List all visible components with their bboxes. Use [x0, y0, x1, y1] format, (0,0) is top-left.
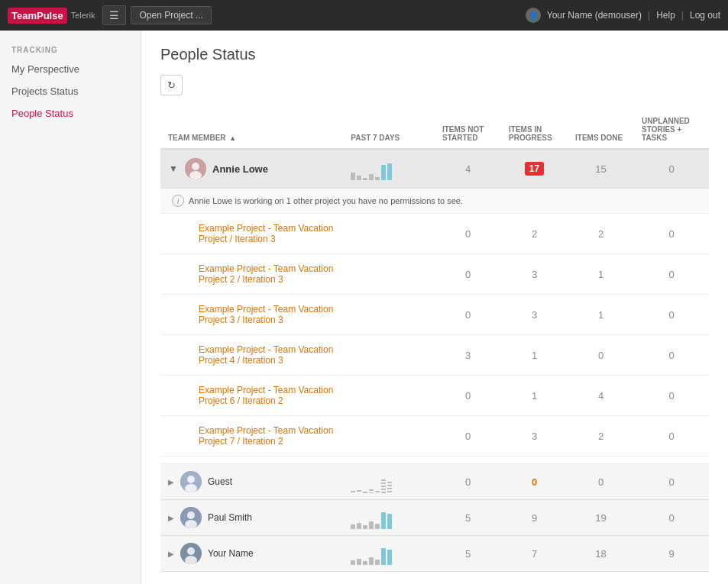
help-link[interactable]: Help	[656, 10, 675, 21]
member-name-annie: Annie Lowe	[212, 163, 268, 175]
menu-button[interactable]: ☰	[102, 5, 126, 25]
collapsed-not-started-0: 0	[435, 464, 501, 500]
proj-5-in-progress: 3	[501, 416, 568, 457]
project-row-4: Example Project - Team Vacation Project …	[160, 376, 709, 416]
proj-3-done: 0	[568, 335, 634, 376]
header: TeamPulse Telerik ☰ Open Project ... 👤 Y…	[0, 0, 728, 31]
project-link-1[interactable]: Example Project - Team Vacation Project …	[199, 263, 333, 285]
col-header-not-started: ITEMS NOT STARTED	[435, 111, 501, 149]
collapsed-unplanned-0: 0	[634, 464, 709, 500]
proj-1-in-progress: 3	[501, 254, 568, 295]
project-row-1: Example Project - Team Vacation Project …	[160, 254, 709, 295]
spacer-row	[160, 457, 709, 464]
in-progress-1: 9	[532, 512, 537, 524]
col-header-team-member: TEAM MEMBER ▲	[160, 111, 343, 149]
collapsed-name-1: Paul Smith	[208, 512, 252, 523]
svg-point-10	[187, 547, 195, 555]
logo-sub: Telerik	[71, 11, 95, 20]
expand-button-1[interactable]: ▶	[168, 514, 174, 522]
header-right: 👤 Your Name (demouser) | Help | Log out	[526, 8, 720, 23]
proj-4-not-started: 0	[435, 376, 501, 416]
col-header-unplanned: UNPLANNED STORIES + TASKS	[634, 111, 709, 149]
collapsed-unplanned-2: 9	[634, 536, 709, 572]
proj-3-unplanned: 0	[634, 335, 709, 376]
svg-point-7	[187, 511, 195, 519]
collapsed-done-1: 19	[568, 500, 634, 536]
sidebar: TRACKING My Perspective Projects Status …	[0, 31, 141, 584]
col-header-past7: PAST 7 DAYS	[343, 111, 435, 149]
collapsed-member-row-0: ▶ Guest 0 0 0 0	[160, 464, 709, 500]
project-row-5: Example Project - Team Vacation Project …	[160, 416, 709, 457]
project-link-3[interactable]: Example Project - Team Vacation Project …	[199, 344, 333, 366]
proj-1-unplanned: 0	[634, 254, 709, 295]
logo: TeamPulse Telerik	[8, 8, 95, 24]
info-icon: i	[172, 195, 184, 207]
proj-5-done: 2	[568, 416, 634, 457]
sidebar-item-my-perspective[interactable]: My Perspective	[0, 58, 141, 80]
notification-text: Annie Lowe is working on 1 other project…	[189, 196, 463, 205]
project-row-2: Example Project - Team Vacation Project …	[160, 295, 709, 335]
annie-not-started: 4	[435, 149, 501, 189]
avatar-2	[180, 543, 202, 564]
refresh-button[interactable]: ↻	[160, 75, 183, 95]
proj-3-in-progress: 1	[501, 335, 568, 376]
page-title: People Status	[160, 46, 709, 63]
open-project-button[interactable]: Open Project ...	[131, 6, 211, 24]
collapsed-in-progress-1: 9	[501, 500, 568, 536]
proj-2-unplanned: 0	[634, 295, 709, 335]
separator-1: |	[648, 10, 650, 21]
collapsed-in-progress-2: 7	[501, 536, 568, 572]
proj-2-not-started: 0	[435, 295, 501, 335]
sort-arrow-icon: ▲	[229, 134, 236, 142]
proj-0-unplanned: 0	[634, 214, 709, 254]
proj-4-unplanned: 0	[634, 376, 709, 416]
annie-done: 15	[568, 149, 634, 189]
project-row-3: Example Project - Team Vacation Project …	[160, 335, 709, 376]
annie-in-progress: 17	[501, 149, 568, 189]
proj-5-unplanned: 0	[634, 416, 709, 457]
collapse-button-annie[interactable]: ▼	[168, 163, 179, 174]
proj-5-not-started: 0	[435, 416, 501, 457]
project-link-4[interactable]: Example Project - Team Vacation Project …	[199, 385, 333, 406]
in-progress-2: 7	[532, 548, 537, 560]
collapsed-done-2: 18	[568, 536, 634, 572]
proj-2-in-progress: 3	[501, 295, 568, 335]
annie-notification-row: i Annie Lowe is working on 1 other proje…	[160, 189, 709, 214]
main-layout: TRACKING My Perspective Projects Status …	[0, 31, 728, 584]
proj-0-in-progress: 2	[501, 214, 568, 254]
svg-point-1	[192, 163, 199, 170]
sidebar-section-label: TRACKING	[0, 42, 141, 58]
proj-0-done: 2	[568, 214, 634, 254]
annie-unplanned: 0	[634, 149, 709, 189]
proj-4-in-progress: 1	[501, 376, 568, 416]
people-table: TEAM MEMBER ▲ PAST 7 DAYS ITEMS NOT STAR…	[160, 111, 709, 572]
member-row-annie: ▼ Annie Lowe 4 17 15 0	[160, 149, 709, 189]
expand-button-2[interactable]: ▶	[168, 550, 174, 558]
collapsed-member-row-2: ▶ Your Name 5 7 18 9	[160, 536, 709, 572]
collapsed-unplanned-1: 0	[634, 500, 709, 536]
project-link-0[interactable]: Example Project - Team Vacation Project …	[199, 223, 333, 244]
project-link-2[interactable]: Example Project - Team Vacation Project …	[199, 304, 333, 325]
proj-2-done: 1	[568, 295, 634, 335]
col-header-in-progress: ITEMS IN PROGRESS	[501, 111, 568, 149]
content-area: People Status ↻ TEAM MEMBER ▲ PAST 7 DAY…	[141, 31, 728, 584]
expand-button-0[interactable]: ▶	[168, 478, 174, 486]
proj-3-not-started: 3	[435, 335, 501, 376]
logout-link[interactable]: Log out	[690, 10, 720, 21]
collapsed-not-started-1: 5	[435, 500, 501, 536]
project-row-0: Example Project - Team Vacation Project …	[160, 214, 709, 254]
logo-box: TeamPulse	[8, 8, 67, 24]
sidebar-item-people-status[interactable]: People Status	[0, 102, 141, 124]
separator-2: |	[681, 10, 684, 21]
col-header-done: ITEMS DONE	[568, 111, 634, 149]
sidebar-item-projects-status[interactable]: Projects Status	[0, 80, 141, 102]
project-link-5[interactable]: Example Project - Team Vacation Project …	[199, 425, 333, 447]
user-avatar-icon: 👤	[526, 8, 541, 23]
avatar-0	[180, 471, 202, 492]
collapsed-name-2: Your Name	[208, 548, 254, 559]
proj-4-done: 4	[568, 376, 634, 416]
logo-main: TeamPulse	[11, 10, 63, 21]
user-display: Your Name (demouser)	[547, 10, 642, 21]
svg-point-4	[187, 476, 195, 483]
proj-1-not-started: 0	[435, 254, 501, 295]
